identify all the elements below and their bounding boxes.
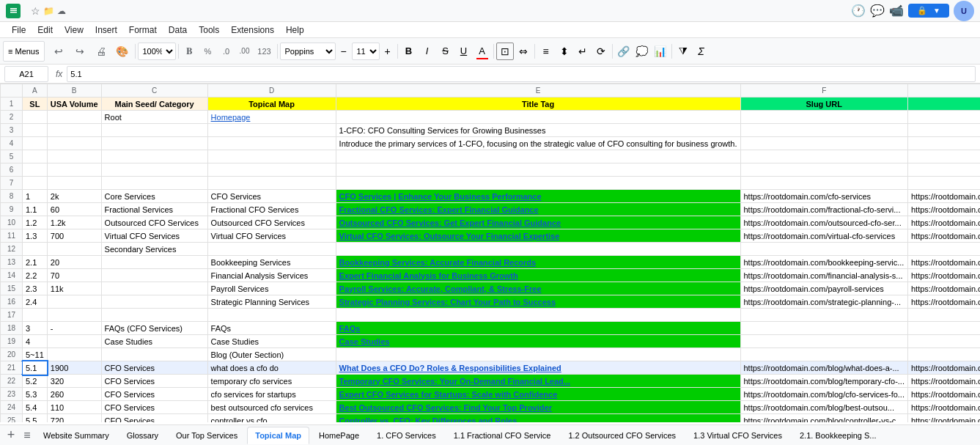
table-row[interactable]: 12Secondary Services — [1, 243, 981, 256]
cell-e1[interactable]: Title Tag — [336, 98, 740, 111]
cell-g21[interactable]: https://rootdomain.com/images/blog/what-… — [907, 361, 980, 375]
text-color-button[interactable]: A — [474, 41, 491, 62]
menu-item-data[interactable]: Data — [163, 25, 193, 35]
menu-item-tools[interactable]: Tools — [193, 25, 225, 35]
menu-item-edit[interactable]: Edit — [32, 25, 59, 35]
cell-d4[interactable] — [207, 137, 336, 150]
strikethrough-button[interactable]: S — [437, 43, 454, 60]
menu-item-help[interactable]: Help — [280, 25, 310, 35]
cell-c3[interactable] — [101, 124, 207, 137]
cell-e8[interactable]: CFO Services | Enhance Your Business Per… — [336, 190, 740, 203]
cell-g2[interactable] — [907, 111, 980, 124]
cell-d24[interactable]: best outsourced cfo services — [207, 401, 336, 414]
cell-f5[interactable] — [740, 150, 907, 163]
cell-b10[interactable]: 1.2k — [47, 216, 101, 229]
table-row[interactable]: 225.2320CFO Servicestemporary cfo servic… — [1, 375, 981, 388]
cell-e2[interactable] — [336, 111, 740, 124]
cell-a4[interactable] — [23, 137, 48, 150]
cell-c8[interactable]: Core Services — [101, 190, 207, 203]
format-more-decimal[interactable]: .00 — [236, 43, 254, 60]
cell-b19[interactable] — [47, 335, 101, 348]
table-row[interactable]: 101.21.2kOutsourced CFO ServicesOutsourc… — [1, 216, 981, 229]
cell-a23[interactable]: 5.3 — [23, 388, 48, 401]
cell-e18[interactable]: FAQs — [336, 322, 740, 335]
cell-f21[interactable]: https://rootdomain.com/blog/what-does-a-… — [740, 361, 907, 375]
cell-e10[interactable]: Outsourced CFO Services: Get Expert Fina… — [336, 216, 740, 229]
cell-c18[interactable]: FAQs (CFO Services) — [101, 322, 207, 335]
cell-d21[interactable]: what does a cfo do — [207, 361, 336, 375]
cell-d25[interactable]: controller vs cfo — [207, 414, 336, 423]
cell-f9[interactable]: https://rootdomain.com/fractional-cfo-se… — [740, 203, 907, 216]
font-selector[interactable]: Poppins — [280, 43, 336, 60]
underline-button[interactable]: U — [455, 43, 473, 60]
cell-b13[interactable]: 20 — [47, 256, 101, 269]
cell-c14[interactable] — [101, 269, 207, 282]
cell-b9[interactable]: 60 — [47, 203, 101, 216]
cell-a8[interactable]: 1 — [23, 190, 48, 203]
menus-button[interactable]: ≡ Menus — [3, 41, 45, 62]
cell-f1[interactable]: Slug URL — [740, 98, 907, 111]
cell-f25[interactable]: https://rootdomain.com/blog/controller-v… — [740, 414, 907, 423]
cell-c10[interactable]: Outsourced CFO Services — [101, 216, 207, 229]
cell-d7[interactable] — [207, 177, 336, 190]
cell-b18[interactable]: - — [47, 322, 101, 335]
cell-c11[interactable]: Virtual CFO Services — [101, 229, 207, 243]
cell-f14[interactable]: https://rootdomain.com/financial-analysi… — [740, 269, 907, 282]
cell-b21[interactable]: 1900 — [47, 361, 101, 375]
cell-a12[interactable] — [23, 243, 48, 256]
cell-d8[interactable]: CFO Services — [207, 190, 336, 203]
cell-f12[interactable] — [740, 243, 907, 256]
cell-g5[interactable] — [907, 150, 980, 163]
cell-f13[interactable]: https://rootdomain.com/bookkeeping-servi… — [740, 256, 907, 269]
col-header-c[interactable]: C — [101, 84, 207, 98]
bold-button[interactable]: B — [400, 43, 418, 60]
cell-g13[interactable]: https://rootdomain.com/images/bookkeepin… — [907, 256, 980, 269]
cell-e5[interactable] — [336, 150, 740, 163]
cell-f6[interactable] — [740, 163, 907, 177]
cell-e20[interactable] — [336, 348, 740, 361]
cell-g15[interactable]: https://rootdomain.com/images/payroll-se… — [907, 282, 980, 295]
cell-g23[interactable]: https://rootdomain.com/images/blog/cfo-s… — [907, 388, 980, 401]
cell-e14[interactable]: Expert Financial Analysis for Business G… — [336, 269, 740, 282]
cell-a21[interactable]: 5.1 — [23, 361, 48, 375]
cell-d17[interactable] — [207, 309, 336, 322]
cell-c17[interactable] — [101, 309, 207, 322]
cell-b4[interactable] — [47, 137, 101, 150]
cell-a22[interactable]: 5.2 — [23, 375, 48, 388]
cell-f18[interactable] — [740, 322, 907, 335]
cell-e23[interactable]: Expert CFO Services for Startups: Scale … — [336, 388, 740, 401]
cell-a17[interactable] — [23, 309, 48, 322]
avatar[interactable]: U — [954, 1, 974, 21]
cell-e7[interactable] — [336, 177, 740, 190]
cell-g20[interactable] — [907, 348, 980, 361]
filter-button[interactable]: ⧩ — [674, 43, 692, 60]
table-row[interactable]: 205~11Blog (Outer Section) — [1, 348, 981, 361]
cell-b14[interactable]: 70 — [47, 269, 101, 282]
cell-e24[interactable]: Best Outsourced CFO Services: Find Your … — [336, 401, 740, 414]
table-row[interactable]: 162.4Strategic Planning ServicesStrategi… — [1, 295, 981, 309]
cell-c20[interactable] — [101, 348, 207, 361]
cell-d3[interactable] — [207, 124, 336, 137]
cell-g24[interactable]: https://rootdomain.com/images/blog/best-… — [907, 401, 980, 414]
cell-a1[interactable]: SL — [23, 98, 48, 111]
font-increase[interactable]: + — [380, 43, 395, 60]
cell-d22[interactable]: temporary cfo services — [207, 375, 336, 388]
cell-g3[interactable] — [907, 124, 980, 137]
cell-g12[interactable] — [907, 243, 980, 256]
cell-d15[interactable]: Payroll Services — [207, 282, 336, 295]
table-row[interactable]: 31-CFO: CFO Consulting Services for Grow… — [1, 124, 981, 137]
cell-c21[interactable]: CFO Services — [101, 361, 207, 375]
table-row[interactable]: 5 — [1, 150, 981, 163]
table-row[interactable]: 235.3260CFO Servicescfo services for sta… — [1, 388, 981, 401]
cell-c5[interactable] — [101, 150, 207, 163]
cell-d5[interactable] — [207, 150, 336, 163]
cell-b8[interactable]: 2k — [47, 190, 101, 203]
cell-a16[interactable]: 2.4 — [23, 295, 48, 309]
cell-e22[interactable]: Temporary CFO Services: Your On-Demand F… — [336, 375, 740, 388]
cell-d14[interactable]: Financial Analysis Services — [207, 269, 336, 282]
menu-item-insert[interactable]: Insert — [89, 25, 123, 35]
cell-g4[interactable] — [907, 137, 980, 150]
cell-f22[interactable]: https://rootdomain.com/blog/temporary-cf… — [740, 375, 907, 388]
cell-b11[interactable]: 700 — [47, 229, 101, 243]
cell-d2[interactable]: Homepage — [207, 111, 336, 124]
